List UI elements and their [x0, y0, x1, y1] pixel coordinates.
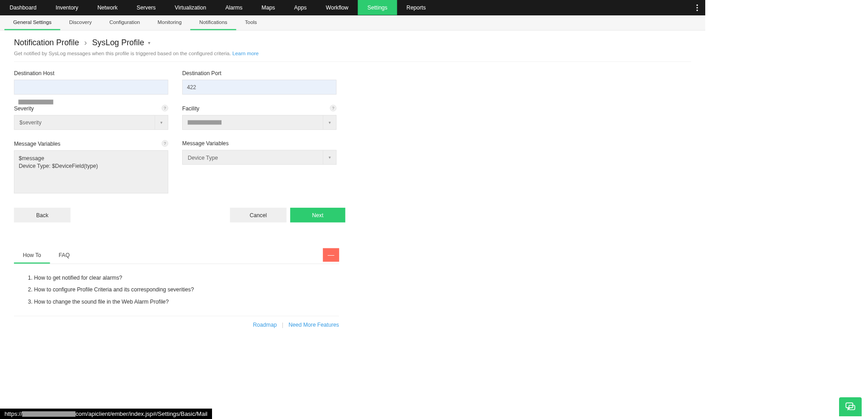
- back-button[interactable]: Back: [14, 208, 71, 223]
- input-destination-port[interactable]: [182, 80, 336, 95]
- select-facility[interactable]: . ▼: [182, 115, 336, 130]
- nav-maps[interactable]: Maps: [252, 0, 284, 15]
- next-button[interactable]: Next: [290, 208, 345, 223]
- cancel-button[interactable]: Cancel: [230, 208, 287, 223]
- divider: [14, 62, 691, 62]
- status-url-prefix: https://: [5, 410, 22, 417]
- help-item[interactable]: 1. How to get notified for clear alarms?: [28, 271, 325, 284]
- input-destination-host[interactable]: [14, 80, 168, 95]
- nav-inventory[interactable]: Inventory: [46, 0, 88, 15]
- nav-dashboard[interactable]: Dashboard: [0, 0, 46, 15]
- status-bar: https://com/apiclient/ember/index.jsp#/S…: [0, 409, 212, 417]
- label-destination-host: Destination Host: [14, 70, 168, 76]
- label-facility: Facility: [182, 105, 199, 111]
- help-icon[interactable]: ?: [330, 105, 337, 112]
- sub-nav: General Settings Discovery Configuration…: [0, 15, 705, 30]
- tab-how-to[interactable]: How To: [14, 248, 50, 263]
- select-message-variables[interactable]: Device Type ▼: [182, 150, 336, 165]
- field-message-variables-select: Message Variables Device Type ▼: [182, 140, 336, 195]
- breadcrumb-parent[interactable]: Notification Profile: [14, 38, 79, 48]
- nav-virtualization[interactable]: Virtualization: [165, 0, 216, 15]
- nav-reports[interactable]: Reports: [397, 0, 435, 15]
- select-value: $severity: [19, 119, 42, 126]
- page-subtitle: Get notified by SysLog messages when thi…: [14, 50, 691, 56]
- nav-workflow[interactable]: Workflow: [316, 0, 358, 15]
- caret-down-icon: ▼: [155, 115, 168, 129]
- field-severity: Severity ? $severity ▼: [14, 105, 168, 130]
- collapse-button[interactable]: —: [323, 248, 339, 261]
- redacted-value: .: [188, 120, 222, 125]
- select-value: Device Type: [188, 154, 218, 161]
- subnav-general-settings[interactable]: General Settings: [5, 15, 61, 30]
- subtitle-text: Get notified by SysLog messages when thi…: [14, 50, 231, 56]
- field-destination-host: Destination Host: [14, 70, 168, 94]
- caret-down-icon: ▼: [323, 115, 336, 129]
- breadcrumb: Notification Profile › SysLog Profile ▼: [14, 38, 691, 48]
- chevron-right-icon: ›: [84, 38, 87, 48]
- caret-down-icon: ▼: [323, 150, 336, 164]
- status-url-suffix: com/apiclient/ember/index.jsp#/Settings/…: [75, 410, 208, 417]
- need-more-features-link[interactable]: Need More Features: [288, 321, 339, 328]
- help-item[interactable]: 2. How to configure Profile Criteria and…: [28, 283, 325, 295]
- nav-alarms[interactable]: Alarms: [216, 0, 252, 15]
- content-area: Notification Profile › SysLog Profile ▼ …: [0, 30, 705, 338]
- help-item[interactable]: 3. How to change the sound file in the W…: [28, 295, 325, 308]
- chat-fab[interactable]: [839, 397, 862, 416]
- dropdown-caret-icon[interactable]: ▼: [147, 40, 151, 45]
- subnav-discovery[interactable]: Discovery: [60, 15, 100, 30]
- subnav-configuration[interactable]: Configuration: [100, 15, 149, 30]
- help-section: How To FAQ — 1. How to get notified for …: [14, 248, 339, 328]
- field-destination-port: Destination Port: [182, 70, 336, 94]
- more-vertical-icon: [697, 4, 698, 11]
- label-message-variables: Message Variables: [14, 140, 61, 147]
- nav-apps[interactable]: Apps: [284, 0, 316, 15]
- breadcrumb-current[interactable]: SysLog Profile: [92, 38, 144, 48]
- label-destination-port: Destination Port: [182, 70, 336, 76]
- minus-icon: —: [328, 251, 335, 259]
- roadmap-link[interactable]: Roadmap: [253, 321, 277, 328]
- nav-more-menu[interactable]: [697, 0, 698, 15]
- label-severity: Severity: [14, 105, 34, 111]
- subnav-notifications[interactable]: Notifications: [190, 15, 236, 30]
- textarea-message-variables[interactable]: [14, 150, 168, 193]
- separator: |: [282, 321, 283, 328]
- field-facility: Facility ? . ▼: [182, 105, 336, 130]
- form: Destination Host Destination Port Severi…: [14, 70, 691, 194]
- label-message-variables-select: Message Variables: [182, 140, 336, 147]
- tab-faq[interactable]: FAQ: [50, 248, 78, 263]
- top-nav: Dashboard Inventory Network Servers Virt…: [0, 0, 705, 15]
- help-list: 1. How to get notified for clear alarms?…: [14, 264, 339, 316]
- nav-settings[interactable]: Settings: [358, 0, 397, 15]
- subnav-tools[interactable]: Tools: [236, 15, 266, 30]
- learn-more-link[interactable]: Learn more: [232, 50, 259, 56]
- help-icon[interactable]: ?: [162, 105, 169, 112]
- help-footer: Roadmap | Need More Features: [14, 316, 339, 328]
- button-row: Back Cancel Next: [14, 208, 691, 223]
- subnav-monitoring[interactable]: Monitoring: [149, 15, 190, 30]
- nav-network[interactable]: Network: [88, 0, 127, 15]
- nav-servers[interactable]: Servers: [127, 0, 165, 15]
- select-severity[interactable]: $severity ▼: [14, 115, 168, 130]
- chat-icon: [844, 401, 856, 413]
- help-icon[interactable]: ?: [162, 140, 169, 147]
- redacted-value: [22, 411, 75, 417]
- redacted-value: [19, 100, 53, 105]
- help-tabs: How To FAQ —: [14, 248, 339, 264]
- field-message-variables-text: Message Variables ?: [14, 140, 168, 195]
